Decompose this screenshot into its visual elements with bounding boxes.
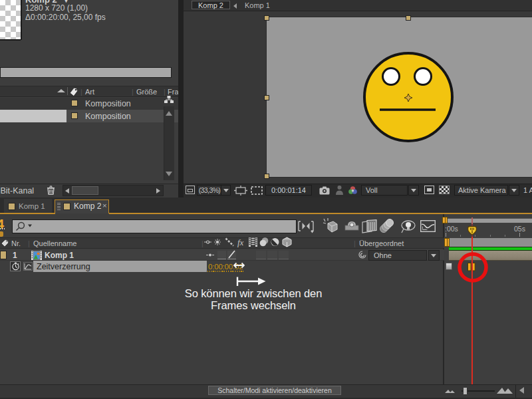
svg-text:fx: fx [237,237,244,247]
